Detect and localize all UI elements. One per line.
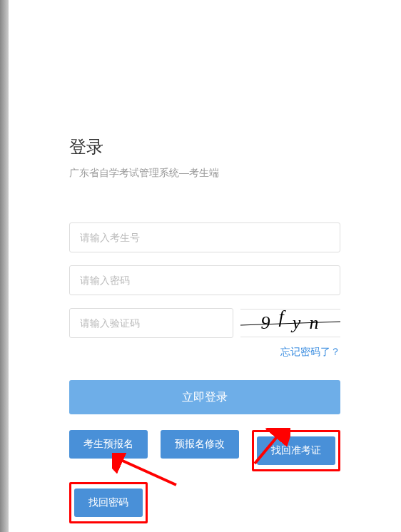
highlight-find-password: 找回密码 xyxy=(69,482,148,523)
page-subtitle: 广东省自学考试管理系统—考生端 xyxy=(69,167,340,180)
modify-pre-register-button[interactable]: 预报名修改 xyxy=(161,430,239,459)
page-title: 登录 xyxy=(69,135,340,158)
find-password-button[interactable]: 找回密码 xyxy=(74,488,143,517)
password-input[interactable] xyxy=(69,265,340,295)
captcha-input[interactable] xyxy=(69,308,233,338)
find-admission-ticket-button[interactable]: 找回准考证 xyxy=(257,436,335,465)
secondary-button-row: 考生预报名 预报名修改 找回准考证 xyxy=(69,430,340,471)
login-panel: 登录 广东省自学考试管理系统—考生端 9fyn 忘记密码了？ 立即登录 考生预报… xyxy=(9,0,401,532)
forgot-password-link[interactable]: 忘记密码了？ xyxy=(280,346,340,357)
exam-number-input[interactable] xyxy=(69,222,340,252)
pre-register-button[interactable]: 考生预报名 xyxy=(69,430,148,459)
login-button[interactable]: 立即登录 xyxy=(69,380,340,414)
highlight-find-ticket: 找回准考证 xyxy=(252,430,340,471)
captcha-image[interactable]: 9fyn xyxy=(240,309,340,337)
sidebar-edge xyxy=(0,0,9,532)
